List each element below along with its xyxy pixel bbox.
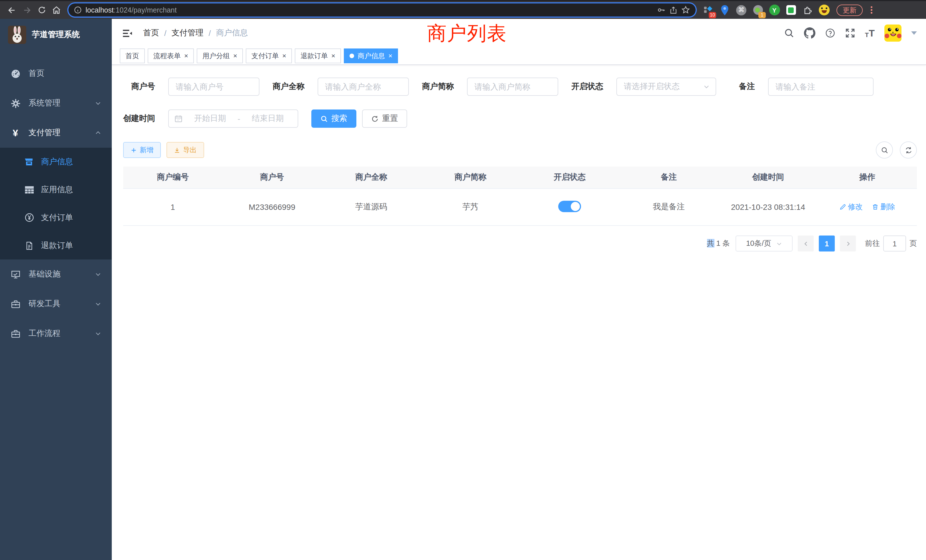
- breadcrumb-payment[interactable]: 支付管理: [172, 28, 204, 38]
- chevron-down-icon: [95, 330, 101, 337]
- sidebar-item-pay-order[interactable]: 支付订单: [0, 204, 112, 232]
- browser-menu-button[interactable]: [867, 6, 875, 14]
- prev-page-button[interactable]: [798, 236, 814, 251]
- browser-update-button[interactable]: 更新: [837, 4, 863, 16]
- briefcase-icon: [10, 299, 21, 309]
- extension-command-icon[interactable]: ⌘: [735, 4, 747, 16]
- yen-icon: ¥: [10, 128, 21, 138]
- browser-home-button[interactable]: [49, 3, 64, 17]
- tab-close-icon[interactable]: ×: [233, 53, 237, 59]
- help-icon[interactable]: [825, 28, 835, 38]
- short-name-input[interactable]: [467, 77, 558, 96]
- browser-back-button[interactable]: [5, 3, 20, 17]
- extension-y-icon[interactable]: Y: [769, 4, 780, 16]
- table-tools: [876, 141, 917, 159]
- app-logo[interactable]: 芋道管理系统: [0, 19, 112, 51]
- sidebar-menu: 首页 系统管理 ¥ 支付管理 商户信息: [0, 59, 112, 348]
- tab-close-icon[interactable]: ×: [388, 53, 392, 59]
- page-size-select[interactable]: 10条/页: [735, 236, 793, 251]
- breadcrumb-separator: /: [209, 29, 211, 38]
- edit-label: 修改: [848, 202, 863, 212]
- fullscreen-icon[interactable]: [845, 28, 855, 38]
- tab-home[interactable]: 首页: [120, 48, 145, 63]
- sidebar-item-home[interactable]: 首页: [0, 59, 112, 88]
- status-select[interactable]: 请选择开启状态: [616, 77, 716, 96]
- next-page-button[interactable]: [840, 236, 856, 251]
- tab-close-icon[interactable]: ×: [282, 53, 286, 59]
- tab-close-icon[interactable]: ×: [331, 53, 335, 59]
- date-range-picker[interactable]: 开始日期 - 结束日期: [168, 109, 298, 128]
- toggle-search-button[interactable]: [876, 141, 893, 159]
- col-status: 开启状态: [520, 166, 619, 188]
- filter-create-time: 创建时间 开始日期 - 结束日期: [123, 109, 298, 128]
- sidebar-item-app-info[interactable]: 应用信息: [0, 176, 112, 204]
- tags-view-bar: 首页 流程表单× 用户分组× 支付订单× 退款订单× 商户信息×: [112, 47, 926, 65]
- refresh-table-button[interactable]: [900, 141, 917, 159]
- chevron-right-icon: [845, 241, 851, 247]
- sidebar-collapse-button[interactable]: [118, 28, 138, 38]
- font-size-icon[interactable]: TT: [865, 28, 875, 38]
- browser-reload-button[interactable]: [34, 3, 49, 17]
- sidebar-item-payment[interactable]: ¥ 支付管理: [0, 118, 112, 148]
- page-info-icon[interactable]: [74, 6, 82, 14]
- total-count: 1: [716, 239, 720, 248]
- sidebar-item-refund-order[interactable]: 退款订单: [0, 232, 112, 259]
- extension-grid-icon[interactable]: 10: [702, 4, 714, 16]
- reset-button[interactable]: 重置: [362, 109, 407, 128]
- extensions-puzzle-button[interactable]: [802, 4, 813, 16]
- delete-link[interactable]: 删除: [872, 202, 895, 212]
- search-icon[interactable]: [784, 28, 794, 38]
- sidebar-item-label: 首页: [29, 68, 44, 79]
- page-content: 商户号 商户全称 商户简称 开启状态 请选择开启状态: [112, 65, 926, 560]
- status-toggle[interactable]: [558, 200, 581, 212]
- reload-icon: [37, 6, 46, 14]
- cell-full-name: 芋道源码: [322, 188, 421, 226]
- search-button[interactable]: 搜索: [311, 109, 356, 128]
- plus-icon: [130, 147, 137, 153]
- user-avatar[interactable]: [884, 24, 902, 42]
- tab-refund-order[interactable]: 退款订单×: [295, 48, 341, 63]
- breadcrumb: 首页 / 支付管理 / 商户信息: [143, 28, 248, 38]
- full-name-input[interactable]: [318, 77, 409, 96]
- breadcrumb-home[interactable]: 首页: [143, 28, 159, 38]
- sidebar-item-workflow[interactable]: 工作流程: [0, 319, 112, 348]
- extension-pin-icon[interactable]: [719, 4, 731, 16]
- sidebar-item-label: 基础设施: [29, 269, 61, 279]
- address-bar[interactable]: localhost:1024/pay/merchant: [68, 3, 696, 17]
- extension-green-square-icon[interactable]: [785, 4, 797, 16]
- chevron-down-icon: [776, 241, 782, 247]
- top-navbar: 首页 / 支付管理 / 商户信息 商户列表 TT: [112, 19, 926, 47]
- url-text[interactable]: localhost:1024/pay/merchant: [86, 6, 653, 14]
- browser-profile-avatar[interactable]: [818, 4, 830, 16]
- avatar-dropdown-caret[interactable]: [911, 31, 917, 35]
- tab-pay-order[interactable]: 支付订单×: [246, 48, 292, 63]
- bookmark-star-icon[interactable]: [681, 6, 690, 14]
- sidebar-item-dev-tools[interactable]: 研发工具: [0, 289, 112, 319]
- sidebar-item-merchant-info[interactable]: 商户信息: [0, 148, 112, 176]
- tab-merchant-info[interactable]: 商户信息×: [344, 48, 398, 63]
- share-icon[interactable]: [669, 6, 677, 14]
- merchant-no-input[interactable]: [168, 77, 259, 96]
- page-number-1[interactable]: 1: [819, 236, 835, 251]
- tab-label: 支付订单: [251, 51, 279, 61]
- tab-user-group[interactable]: 用户分组×: [197, 48, 243, 63]
- tab-process-form[interactable]: 流程表单×: [148, 48, 194, 63]
- github-icon[interactable]: [804, 27, 816, 39]
- tab-close-icon[interactable]: ×: [184, 53, 188, 59]
- screen: localhost:1024/pay/merchant 10 ⌘ 1 Y: [0, 0, 926, 560]
- cell-remark: 我是备注: [619, 188, 719, 226]
- remark-input[interactable]: [768, 77, 873, 96]
- password-key-icon[interactable]: [657, 6, 666, 14]
- extension-status-icon[interactable]: 1: [752, 4, 764, 16]
- edit-link[interactable]: 修改: [839, 202, 863, 212]
- col-remark: 备注: [619, 166, 719, 188]
- browser-forward-button[interactable]: [20, 3, 34, 17]
- export-button[interactable]: 导出: [166, 142, 204, 158]
- rabbit-avatar-icon: [8, 26, 26, 44]
- main-area: 首页 / 支付管理 / 商户信息 商户列表 TT: [112, 19, 926, 560]
- date-separator: -: [238, 114, 240, 123]
- add-button[interactable]: 新增: [123, 142, 161, 158]
- sidebar-item-system[interactable]: 系统管理: [0, 88, 112, 118]
- goto-page-input[interactable]: [883, 236, 906, 251]
- sidebar-item-infrastructure[interactable]: 基础设施: [0, 259, 112, 289]
